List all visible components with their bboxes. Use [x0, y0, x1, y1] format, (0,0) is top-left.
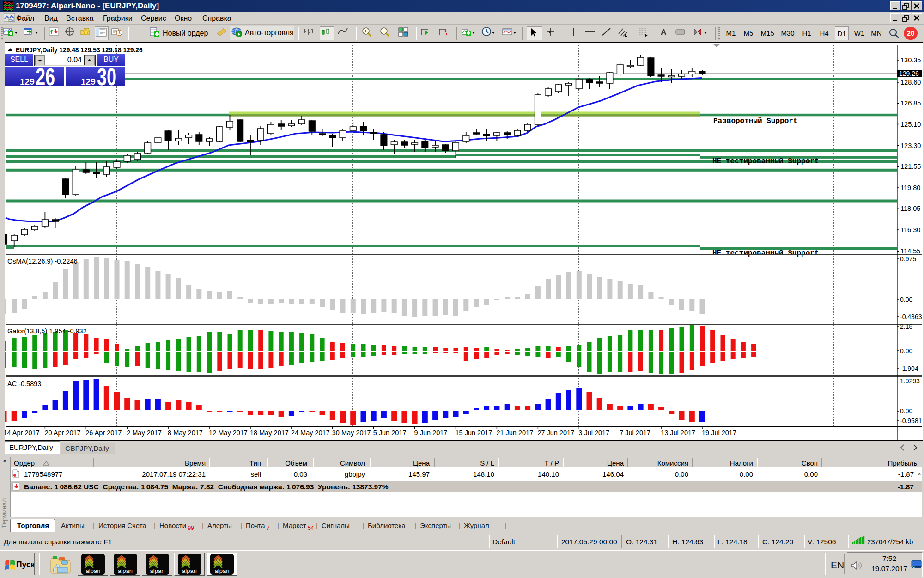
svg-text:18 May 2017: 18 May 2017: [250, 429, 289, 437]
svg-text:125.10: 125.10: [900, 121, 921, 128]
svg-text:AC -0.5893: AC -0.5893: [7, 380, 41, 387]
svg-text:21 Jun 2017: 21 Jun 2017: [496, 429, 533, 437]
svg-text:121.55: 121.55: [900, 163, 921, 170]
svg-text:Разворотный Support: Разворотный Support: [713, 117, 797, 125]
svg-text:5 Jun 2017: 5 Jun 2017: [373, 429, 407, 437]
svg-text:0.00: 0.00: [900, 347, 912, 355]
svg-text:129.26: 129.26: [899, 70, 919, 77]
svg-text:0.00: 0.00: [900, 296, 912, 303]
svg-text:126.85: 126.85: [900, 99, 921, 107]
svg-text:3 Jul 2017: 3 Jul 2017: [578, 429, 609, 437]
svg-text:118.05: 118.05: [900, 205, 920, 212]
svg-text:2 May 2017: 2 May 2017: [127, 429, 162, 437]
svg-text:EURJPY,Daily 129.48 129.53 12: EURJPY,Daily 129.48 129.53 129.18 129.26: [16, 47, 143, 54]
svg-text:24 May 2017: 24 May 2017: [291, 429, 330, 437]
svg-text:13 Jul 2017: 13 Jul 2017: [661, 429, 695, 437]
svg-text:128.60: 128.60: [900, 79, 921, 86]
svg-text:114.55: 114.55: [900, 247, 920, 255]
svg-text:20 Apr 2017: 20 Apr 2017: [44, 429, 80, 437]
svg-text:119.80: 119.80: [900, 184, 920, 191]
svg-text:Gator(13,8,5) 1.954 -0.932: Gator(13,8,5) 1.954 -0.932: [7, 327, 87, 335]
svg-text:9 Jun 2017: 9 Jun 2017: [414, 429, 448, 437]
svg-text:27 Jun 2017: 27 Jun 2017: [537, 429, 574, 437]
svg-text:A: A: [661, 28, 666, 37]
svg-text:12 May 2017: 12 May 2017: [209, 429, 248, 437]
svg-text:НЕ тестированный Support: НЕ тестированный Support: [712, 249, 819, 258]
svg-text:7 Jul 2017: 7 Jul 2017: [620, 429, 650, 437]
svg-text:26 Apr 2017: 26 Apr 2017: [85, 429, 122, 437]
svg-text:F: F: [645, 33, 648, 37]
svg-text:15 Jun 2017: 15 Jun 2017: [456, 429, 492, 437]
svg-text:1.9293: 1.9293: [900, 377, 920, 385]
svg-text:-0.4363: -0.4363: [900, 313, 922, 320]
svg-text:30 May 2017: 30 May 2017: [332, 429, 371, 437]
svg-text:14 Apr 2017: 14 Apr 2017: [5, 429, 40, 437]
svg-text:-0.9581: -0.9581: [900, 417, 922, 424]
svg-text:VA: VA: [9, 18, 13, 21]
svg-text:8 May 2017: 8 May 2017: [168, 429, 203, 437]
svg-text:116.30: 116.30: [900, 226, 920, 234]
svg-text:E: E: [625, 33, 627, 37]
svg-text:OsMA(12,26,9) -0.2246: OsMA(12,26,9) -0.2246: [7, 258, 78, 265]
svg-text:123.30: 123.30: [900, 142, 921, 149]
svg-text:0.975: 0.975: [900, 255, 916, 263]
svg-text:0.00: 0.00: [900, 407, 912, 415]
svg-text:130.35: 130.35: [900, 56, 921, 64]
svg-text:-1.904: -1.904: [900, 365, 918, 372]
svg-text:НЕ тестированный Support: НЕ тестированный Support: [712, 157, 819, 166]
svg-text:2.18: 2.18: [900, 323, 912, 330]
svg-text:19 Jul 2017: 19 Jul 2017: [702, 429, 736, 437]
